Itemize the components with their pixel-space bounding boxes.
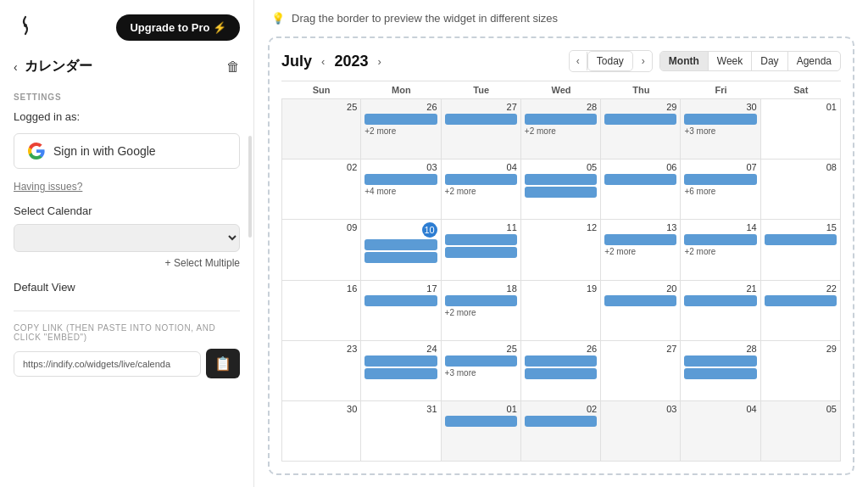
- event-bar[interactable]: [445, 114, 517, 125]
- table-row[interactable]: 02: [281, 160, 361, 219]
- table-row[interactable]: 04: [681, 401, 760, 461]
- next-month-button[interactable]: ›: [373, 53, 385, 70]
- event-bar[interactable]: [364, 368, 437, 379]
- today-button[interactable]: Today: [587, 51, 633, 71]
- event-bar[interactable]: [445, 174, 517, 185]
- table-row[interactable]: 09: [281, 220, 361, 279]
- table-row[interactable]: 16: [281, 281, 361, 340]
- view-week-button[interactable]: Week: [709, 52, 752, 70]
- nav-next-button[interactable]: ›: [635, 52, 652, 70]
- view-agenda-button[interactable]: Agenda: [788, 52, 840, 70]
- prev-month-button[interactable]: ‹: [317, 53, 329, 70]
- calendar-select[interactable]: [14, 224, 240, 252]
- table-row[interactable]: 01: [761, 99, 841, 159]
- table-row[interactable]: 12: [521, 220, 601, 279]
- table-row[interactable]: 08: [761, 160, 841, 219]
- table-row[interactable]: 20: [601, 281, 681, 340]
- table-row[interactable]: 03+4 more: [361, 160, 441, 219]
- event-bar[interactable]: [684, 295, 756, 306]
- table-row[interactable]: 15: [761, 220, 841, 279]
- event-bar[interactable]: [604, 295, 676, 306]
- event-bar[interactable]: [445, 295, 517, 306]
- more-events[interactable]: +2 more: [684, 247, 756, 256]
- more-events[interactable]: +3 more: [445, 368, 517, 378]
- event-bar[interactable]: [684, 174, 756, 185]
- table-row[interactable]: 29: [601, 99, 681, 159]
- table-row[interactable]: 21: [681, 281, 760, 340]
- event-bar[interactable]: [445, 355, 517, 367]
- event-bar[interactable]: [445, 247, 517, 258]
- event-bar[interactable]: [525, 114, 597, 125]
- table-row[interactable]: 06: [601, 160, 681, 219]
- event-bar[interactable]: [604, 174, 676, 185]
- table-row[interactable]: 27: [601, 341, 681, 400]
- event-bar[interactable]: [604, 114, 676, 125]
- event-bar[interactable]: [445, 234, 517, 245]
- event-bar[interactable]: [604, 234, 676, 245]
- event-bar[interactable]: [684, 234, 756, 245]
- table-row[interactable]: 28: [681, 341, 760, 400]
- nav-prev-button[interactable]: ‹: [570, 52, 587, 70]
- upgrade-button[interactable]: Upgrade to Pro ⚡: [116, 14, 240, 41]
- event-bar[interactable]: [765, 234, 837, 245]
- scrollbar[interactable]: [248, 136, 252, 238]
- table-row[interactable]: 10: [361, 220, 441, 279]
- more-events[interactable]: +4 more: [364, 187, 437, 196]
- table-row[interactable]: 25: [281, 99, 361, 159]
- more-events[interactable]: +2 more: [604, 247, 676, 256]
- table-row[interactable]: 04+2 more: [442, 160, 521, 219]
- table-row[interactable]: 27: [442, 99, 521, 159]
- copy-link-input[interactable]: [14, 351, 201, 377]
- table-row[interactable]: 22: [761, 281, 841, 340]
- table-row[interactable]: 07+6 more: [681, 160, 760, 219]
- event-bar[interactable]: [364, 174, 437, 185]
- table-row[interactable]: 29: [761, 341, 841, 400]
- table-row[interactable]: 28+2 more: [521, 99, 601, 159]
- event-bar[interactable]: [525, 416, 597, 427]
- table-row[interactable]: 17: [361, 281, 441, 340]
- event-bar[interactable]: [364, 252, 437, 263]
- back-arrow[interactable]: ‹: [14, 60, 18, 74]
- table-row[interactable]: 23: [281, 341, 361, 400]
- event-bar[interactable]: [525, 368, 597, 379]
- table-row[interactable]: 02: [521, 401, 601, 461]
- more-events[interactable]: +3 more: [684, 126, 756, 136]
- more-events[interactable]: +2 more: [364, 126, 437, 136]
- event-bar[interactable]: [684, 368, 756, 379]
- table-row[interactable]: 19: [521, 281, 601, 340]
- table-row[interactable]: 26+2 more: [361, 99, 441, 159]
- view-day-button[interactable]: Day: [752, 52, 787, 70]
- table-row[interactable]: 01: [442, 401, 521, 461]
- table-row[interactable]: 26: [521, 341, 601, 400]
- table-row[interactable]: 11: [442, 220, 521, 279]
- event-bar[interactable]: [364, 239, 437, 250]
- table-row[interactable]: 13+2 more: [601, 220, 681, 279]
- event-bar[interactable]: [364, 295, 437, 306]
- table-row[interactable]: 30+3 more: [681, 99, 760, 159]
- more-events[interactable]: +6 more: [684, 187, 756, 196]
- table-row[interactable]: 14+2 more: [681, 220, 760, 279]
- table-row[interactable]: 05: [761, 401, 841, 461]
- table-row[interactable]: 31: [361, 401, 441, 461]
- table-row[interactable]: 18+2 more: [442, 281, 521, 340]
- table-row[interactable]: 25+3 more: [442, 341, 521, 400]
- table-row[interactable]: 24: [361, 341, 441, 400]
- more-events[interactable]: +2 more: [445, 187, 517, 196]
- more-events[interactable]: +2 more: [525, 126, 597, 136]
- having-issues-link[interactable]: Having issues?: [14, 181, 240, 193]
- view-month-button[interactable]: Month: [660, 52, 709, 70]
- google-signin-button[interactable]: Sign in with Google: [14, 133, 240, 169]
- event-bar[interactable]: [525, 355, 597, 367]
- event-bar[interactable]: [684, 114, 756, 125]
- event-bar[interactable]: [684, 355, 756, 367]
- event-bar[interactable]: [445, 416, 517, 427]
- copy-button[interactable]: 📋: [206, 349, 240, 378]
- table-row[interactable]: 30: [281, 401, 361, 461]
- event-bar[interactable]: [525, 174, 597, 185]
- delete-button[interactable]: 🗑: [226, 59, 240, 75]
- event-bar[interactable]: [364, 355, 437, 367]
- event-bar[interactable]: [525, 187, 597, 198]
- table-row[interactable]: 05: [521, 160, 601, 219]
- select-multiple-button[interactable]: + Select Multiple: [14, 257, 240, 269]
- event-bar[interactable]: [364, 114, 437, 125]
